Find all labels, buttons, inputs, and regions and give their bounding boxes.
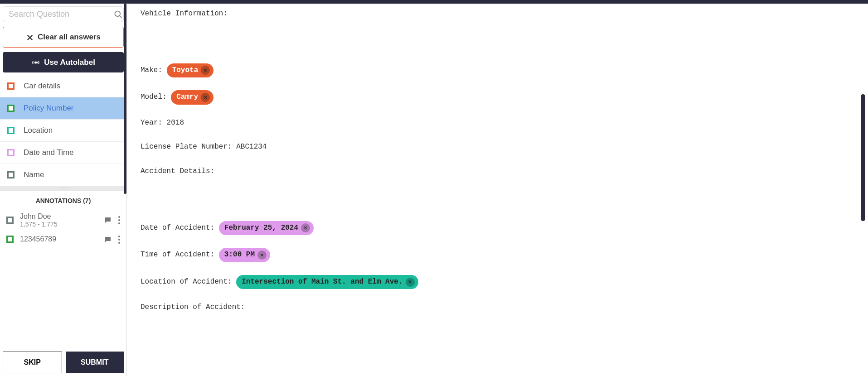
annotation-row[interactable]: John Doe 1,575 - 1,775 (0, 209, 126, 231)
annotation-name: 123456789 (20, 235, 97, 243)
svg-point-6 (118, 219, 120, 221)
label-list: Car details Policy Number Location Date … (0, 75, 126, 186)
vehicle-info-heading: Vehicle Information: (141, 8, 854, 20)
model-tag[interactable]: Camry ✕ (171, 90, 213, 105)
autolabel-label: Use Autolabel (44, 58, 95, 67)
date-tag[interactable]: February 25, 2024 ✕ (219, 221, 314, 236)
topbar (0, 0, 868, 4)
search-icon (114, 10, 123, 19)
search-box[interactable] (3, 6, 124, 22)
sidebar-top: Clear all answers Use Autolabel (0, 4, 126, 75)
color-swatch (7, 82, 15, 90)
tag-text: Camry (176, 92, 198, 103)
annotation-text: 123456789 (20, 235, 97, 243)
document-panel: Vehicle Information: Make: Toyota ✕ Mode… (127, 4, 868, 376)
accident-heading: Accident Details: (141, 166, 854, 178)
label-text: Name (24, 170, 44, 179)
remove-tag-icon[interactable]: ✕ (201, 93, 210, 102)
color-swatch (7, 149, 15, 156)
svg-point-0 (115, 11, 121, 17)
more-icon[interactable] (118, 235, 120, 244)
label-text: Date and Time (24, 148, 74, 157)
svg-line-1 (120, 16, 122, 18)
tag-text: 3:00 PM (224, 249, 255, 261)
tag-text: Intersection of Main St. and Elm Ave. (242, 276, 402, 288)
label-text: Location (24, 126, 53, 135)
svg-point-9 (118, 239, 120, 241)
date-line: Date of Accident: February 25, 2024 ✕ (141, 221, 854, 236)
svg-point-7 (118, 222, 120, 224)
broadcast-icon (31, 58, 40, 67)
annotation-text: John Doe 1,575 - 1,775 (20, 212, 97, 228)
comment-icon[interactable] (104, 235, 112, 244)
sidebar-scrollbar[interactable] (124, 4, 126, 194)
make-label: Make: (141, 66, 162, 74)
label-item-location[interactable]: Location (0, 120, 126, 142)
model-line: Model: Camry ✕ (141, 90, 854, 105)
label-item-policy-number[interactable]: Policy Number (0, 97, 126, 120)
color-swatch (7, 105, 15, 112)
tag-text: Toyota (172, 65, 199, 77)
annotation-row[interactable]: 123456789 (0, 231, 126, 247)
color-swatch (7, 127, 15, 134)
sidebar-footer: SKIP SUBMIT (0, 349, 126, 376)
make-line: Make: Toyota ✕ (141, 63, 854, 78)
svg-point-5 (118, 216, 120, 218)
resize-handle[interactable]: :::::: (0, 186, 126, 191)
label-item-date-time[interactable]: Date and Time (0, 142, 126, 164)
clear-answers-button[interactable]: Clear all answers (3, 27, 124, 48)
plate-line: License Plate Number: ABC1234 (141, 141, 854, 153)
svg-point-10 (118, 242, 120, 244)
location-tag[interactable]: Intersection of Main St. and Elm Ave. ✕ (236, 275, 418, 289)
label-item-name[interactable]: Name (0, 164, 126, 186)
annotations-header: ANNOTATIONS (7) (0, 191, 126, 209)
skip-button[interactable]: SKIP (3, 352, 62, 373)
svg-point-8 (118, 236, 120, 237)
tag-text: February 25, 2024 (224, 222, 298, 234)
color-swatch (6, 217, 14, 224)
remove-tag-icon[interactable]: ✕ (201, 66, 210, 75)
svg-point-4 (35, 62, 36, 63)
date-label: Date of Accident: (141, 224, 214, 232)
label-item-car-details[interactable]: Car details (0, 75, 126, 97)
submit-button[interactable]: SUBMIT (66, 352, 124, 373)
close-icon (26, 33, 34, 42)
make-tag[interactable]: Toyota ✕ (167, 63, 214, 78)
remove-tag-icon[interactable]: ✕ (301, 223, 310, 232)
description-heading: Description of Accident: (141, 302, 854, 313)
annotation-name: John Doe (20, 212, 97, 221)
time-line: Time of Accident: 3:00 PM ✕ (141, 248, 854, 262)
year-line: Year: 2018 (141, 117, 854, 129)
remove-tag-icon[interactable]: ✕ (406, 278, 415, 287)
sidebar: Clear all answers Use Autolabel Car deta… (0, 4, 127, 376)
remove-tag-icon[interactable]: ✕ (257, 251, 267, 260)
label-text: Car details (24, 82, 60, 91)
color-swatch (6, 236, 14, 243)
autolabel-button[interactable]: Use Autolabel (3, 52, 124, 72)
location-line: Location of Accident: Intersection of Ma… (141, 275, 854, 289)
annotation-range: 1,575 - 1,775 (20, 221, 97, 228)
color-swatch (7, 171, 15, 178)
more-icon[interactable] (118, 216, 120, 224)
app-container: Clear all answers Use Autolabel Car deta… (0, 4, 868, 376)
clear-answers-label: Clear all answers (38, 33, 101, 42)
time-label: Time of Accident: (141, 251, 214, 259)
comment-icon[interactable] (104, 216, 112, 224)
main-scrollbar[interactable] (861, 94, 865, 221)
location-label: Location of Accident: (141, 278, 232, 286)
label-text: Policy Number (24, 104, 74, 113)
time-tag[interactable]: 3:00 PM ✕ (219, 248, 270, 262)
model-label: Model: (141, 93, 167, 101)
search-input[interactable] (9, 10, 114, 19)
